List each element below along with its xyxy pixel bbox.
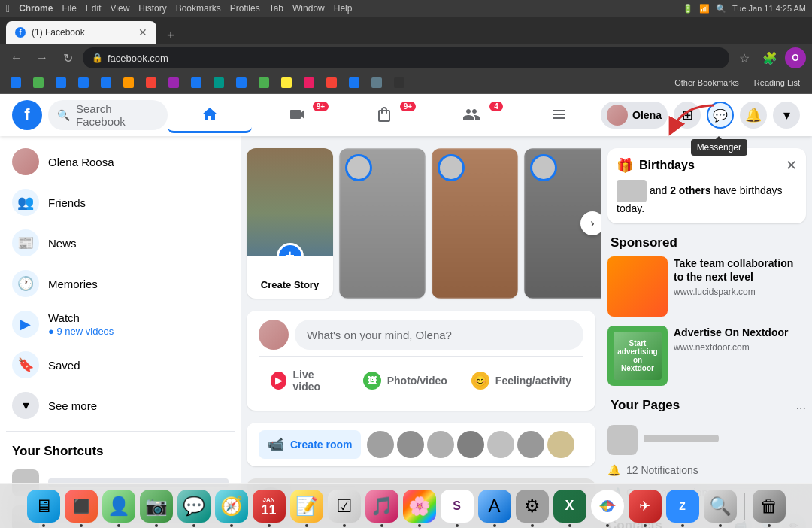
bookmark-item[interactable] [232, 76, 251, 90]
bookmark-item[interactable] [254, 76, 274, 90]
dock-contacts[interactable]: 👤 [102, 490, 135, 523]
menu-window[interactable]: Window [292, 3, 325, 14]
notifications-button[interactable]: 🔔 [740, 102, 767, 129]
photo-video-button[interactable]: 🖼 Photo/video [351, 363, 459, 399]
messenger-button[interactable]: 💬 Messenger [707, 102, 734, 129]
nav-groups[interactable]: 4 [429, 97, 514, 133]
nav-video[interactable]: 9+ [255, 97, 339, 133]
bookmark-item[interactable] [209, 76, 229, 90]
reload-button[interactable]: ↻ [57, 47, 78, 68]
bookmark-item[interactable] [389, 76, 409, 90]
active-tab[interactable]: f (1) Facebook ✕ [6, 21, 156, 44]
profile-button[interactable]: O [785, 47, 806, 68]
bookmark-item[interactable] [51, 76, 71, 90]
menu-history[interactable]: History [138, 3, 166, 14]
search-icon[interactable]: 🔍 [716, 4, 726, 14]
dock-appstore[interactable]: A [478, 490, 511, 523]
bookmark-item[interactable] [74, 76, 93, 90]
app-name[interactable]: Chrome [19, 3, 53, 14]
friends-icon: 👥 [12, 189, 39, 216]
bookmark-item[interactable] [367, 76, 386, 90]
search-bar[interactable]: 🔍 Search Facebook [48, 100, 168, 130]
sidebar-item-watch[interactable]: ▶ Watch ● 9 new videos [6, 305, 235, 344]
address-bar-row: ← → ↻ 🔒 facebook.com ☆ 🧩 O [0, 44, 812, 72]
dock-notes[interactable]: 📝 [290, 490, 323, 523]
dock-messages[interactable]: 💬 [177, 490, 211, 523]
sidebar-item-memories[interactable]: 🕐 Memories [6, 264, 235, 303]
dock-safari[interactable]: 🧭 [215, 490, 248, 523]
dock-finder[interactable]: 🖥 [27, 490, 60, 523]
bookmark-star-button[interactable]: ☆ [734, 47, 755, 68]
back-button[interactable]: ← [6, 47, 27, 68]
sidebar-profile[interactable]: Olena Roosa [6, 142, 235, 181]
dock-magnifier[interactable]: 🔍 [704, 490, 737, 523]
extensions-button[interactable]: 🧩 [759, 47, 780, 68]
menu-bookmarks[interactable]: Bookmarks [176, 3, 221, 14]
dock-reminders[interactable]: ☑ [328, 490, 361, 523]
create-story-card[interactable]: + Create Story [247, 148, 333, 299]
story-card-1[interactable] [339, 148, 426, 299]
dock-facetime[interactable]: 📷 [140, 490, 173, 523]
grid-button[interactable]: ⊞ [674, 102, 701, 129]
bookmark-item[interactable] [322, 76, 341, 90]
new-tab-button[interactable]: + [162, 28, 180, 44]
notifications-action[interactable]: 🔔 12 Notifications [607, 461, 806, 479]
forward-button[interactable]: → [32, 47, 53, 68]
dock-spark[interactable]: ✈ [629, 490, 662, 523]
menu-help[interactable]: Help [334, 3, 353, 14]
search-icon: 🔍 [57, 109, 70, 121]
profile-button[interactable]: Olena [601, 102, 668, 129]
live-video-button[interactable]: ▶ Live video [259, 363, 351, 399]
sidebar-item-saved[interactable]: 🔖 Saved [6, 345, 235, 384]
sidebar-item-friends[interactable]: 👥 Friends [6, 183, 235, 222]
ad-item-1[interactable]: Take team collaboration to the next leve… [607, 256, 806, 317]
dock-trash[interactable]: 🗑 [753, 490, 786, 523]
bookmark-item[interactable] [6, 76, 26, 90]
nav-menu[interactable] [517, 97, 601, 133]
dock-launchpad[interactable]: ⬛ [65, 490, 98, 523]
dock-settings[interactable]: ⚙ [516, 490, 549, 523]
create-room-button[interactable]: 📹 Create room [259, 430, 361, 459]
stories-next-button[interactable]: › [580, 211, 601, 235]
menu-profiles[interactable]: Profiles [230, 3, 260, 14]
nav-home[interactable] [168, 97, 252, 133]
reading-list-link[interactable]: Reading List [748, 77, 806, 89]
dock-chrome[interactable] [591, 490, 624, 523]
bookmark-item[interactable] [344, 76, 364, 90]
birthday-close-button[interactable]: ✕ [786, 157, 797, 174]
tab-close-button[interactable]: ✕ [138, 26, 147, 38]
bookmark-item[interactable] [29, 76, 48, 90]
account-menu-button[interactable]: ▾ [773, 102, 800, 129]
bookmark-item[interactable] [119, 76, 138, 90]
feeling-button[interactable]: 😊 Feeling/activity [459, 363, 583, 399]
story-card-2[interactable] [432, 148, 518, 299]
pages-more-button[interactable]: ··· [796, 402, 806, 415]
store-badge: 9+ [400, 102, 416, 111]
menu-edit[interactable]: Edit [86, 3, 102, 14]
bookmark-item[interactable] [299, 76, 319, 90]
other-bookmarks-link[interactable]: Other Bookmarks [668, 77, 745, 89]
dock-slack[interactable]: S [441, 490, 474, 523]
bookmark-item[interactable] [164, 76, 183, 90]
menu-tab[interactable]: Tab [269, 3, 283, 14]
sidebar-item-news[interactable]: 📰 News [6, 223, 235, 262]
bookmark-item[interactable] [186, 76, 206, 90]
facebook-logo[interactable]: f [12, 100, 42, 130]
post-input[interactable]: What's on your mind, Olena? [295, 320, 583, 350]
nav-store[interactable]: 9+ [342, 97, 426, 133]
ad-item-2[interactable]: Start advertising on Nextdoor Advertise … [607, 326, 806, 386]
menu-view[interactable]: View [111, 3, 130, 14]
page-item-1[interactable] [607, 425, 806, 455]
apple-menu[interactable]:  [6, 2, 10, 14]
dock-calendar[interactable]: JAN 11 [253, 490, 286, 523]
dock-excel[interactable]: X [553, 490, 586, 523]
dock-zoom[interactable]: Z [666, 490, 699, 523]
bookmark-item[interactable] [141, 76, 161, 90]
menu-file[interactable]: File [62, 3, 76, 14]
bookmark-item[interactable] [277, 76, 296, 90]
dock-music[interactable]: 🎵 [365, 490, 398, 523]
sidebar-item-see-more[interactable]: ▾ See more [6, 386, 235, 425]
dock-photos[interactable]: 🌸 [403, 490, 436, 523]
address-bar[interactable]: 🔒 facebook.com [83, 47, 729, 68]
bookmark-item[interactable] [96, 76, 116, 90]
